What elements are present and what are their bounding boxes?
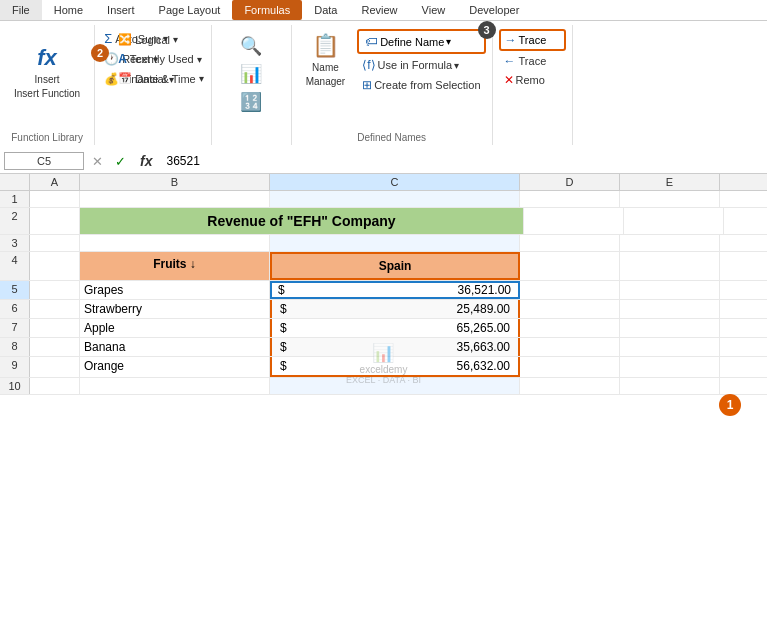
row-header-6[interactable]: 6 [0, 300, 30, 318]
cell-a5[interactable] [30, 281, 80, 299]
cell-b9-orange[interactable]: Orange [80, 357, 270, 377]
cell-e4[interactable] [620, 252, 720, 280]
cell-d2[interactable] [524, 208, 624, 234]
cell-a9[interactable] [30, 357, 80, 377]
row-header-2[interactable]: 2 [0, 208, 30, 234]
lookup-button[interactable]: 🔍 [235, 33, 267, 59]
tab-home[interactable]: Home [42, 0, 95, 20]
cell-b8-banana[interactable]: Banana [80, 338, 270, 356]
cell-d6[interactable] [520, 300, 620, 318]
cell-b5-grapes[interactable]: Grapes [80, 281, 270, 299]
cell-b3[interactable] [80, 235, 270, 251]
formula-input[interactable] [162, 152, 763, 170]
row-header-3[interactable]: 3 [0, 235, 30, 251]
cell-c1[interactable] [270, 191, 520, 207]
text-dropdown-icon[interactable]: ▾ [153, 54, 158, 65]
create-from-selection-button[interactable]: ⊞ Create from Selection [357, 76, 485, 94]
row-header-1[interactable]: 1 [0, 191, 30, 207]
cell-a7[interactable] [30, 319, 80, 337]
define-name-dropdown[interactable]: ▾ [446, 36, 451, 47]
cell-e7[interactable] [620, 319, 720, 337]
col-header-d[interactable]: D [520, 174, 620, 190]
cell-d1[interactable] [520, 191, 620, 207]
corner-cell [0, 174, 30, 190]
cell-b1[interactable] [80, 191, 270, 207]
row-header-9[interactable]: 9 [0, 357, 30, 377]
cell-e1[interactable] [620, 191, 720, 207]
tab-developer[interactable]: Developer [457, 0, 531, 20]
insert-function-label: Insert [35, 74, 60, 85]
cell-e6[interactable] [620, 300, 720, 318]
cell-a4[interactable] [30, 252, 80, 280]
trace-precedents-box[interactable]: → Trace [499, 29, 566, 51]
insert-function-button[interactable]: fx Insert Insert Function [6, 41, 88, 103]
create-sel-icon: ⊞ [362, 78, 372, 92]
cell-e2[interactable] [624, 208, 724, 234]
dollar-sign-8: $ [280, 340, 287, 354]
tab-data[interactable]: Data [302, 0, 349, 20]
name-manager-button[interactable]: 📋 Name Manager [298, 29, 353, 115]
cell-b10[interactable] [80, 378, 270, 394]
trace-dependents-button[interactable]: ← Trace [499, 52, 566, 70]
cell-d7[interactable] [520, 319, 620, 337]
cell-a3[interactable] [30, 235, 80, 251]
cell-d5[interactable] [520, 281, 620, 299]
tab-formulas[interactable]: Formulas [232, 0, 302, 20]
define-name-box[interactable]: 🏷 Define Name ▾ [357, 29, 485, 54]
cell-c6-value[interactable]: $ 25,489.00 [270, 300, 520, 318]
cell-b6-strawberry[interactable]: Strawberry [80, 300, 270, 318]
cell-c3[interactable] [270, 235, 520, 251]
cell-reference-box[interactable] [4, 152, 84, 170]
cell-a6[interactable] [30, 300, 80, 318]
row-header-4[interactable]: 4 [0, 252, 30, 280]
cell-c7-value[interactable]: $ 65,265.00 [270, 319, 520, 337]
math-button[interactable]: 🔢 [235, 89, 267, 115]
cell-a10[interactable] [30, 378, 80, 394]
cell-a2[interactable] [30, 208, 80, 234]
cell-d3[interactable] [520, 235, 620, 251]
more-functions-button[interactable]: 📊 [235, 61, 267, 87]
value-5: 36,521.00 [458, 283, 511, 297]
col-header-a[interactable]: A [30, 174, 80, 190]
cell-a8[interactable] [30, 338, 80, 356]
cell-e3[interactable] [620, 235, 720, 251]
use-formula-dropdown[interactable]: ▾ [454, 60, 459, 71]
cell-e9[interactable] [620, 357, 720, 377]
cell-d8[interactable] [520, 338, 620, 356]
row-header-8[interactable]: 8 [0, 338, 30, 356]
text-button[interactable]: A Text ▾ [113, 50, 163, 68]
cell-b7-apple[interactable]: Apple [80, 319, 270, 337]
datetime-button[interactable]: 📅 Date & Time ▾ [113, 70, 209, 87]
col-header-e[interactable]: E [620, 174, 720, 190]
logical-dropdown-icon[interactable]: ▾ [173, 34, 178, 45]
use-in-formula-label: Use in Formula [378, 59, 453, 71]
cell-e8[interactable] [620, 338, 720, 356]
cell-e10[interactable] [620, 378, 720, 394]
dollar-sign-6: $ [280, 302, 287, 316]
cell-a1[interactable] [30, 191, 80, 207]
confirm-formula-button[interactable]: ✓ [111, 153, 130, 170]
row-header-7[interactable]: 7 [0, 319, 30, 337]
cell-d10[interactable] [520, 378, 620, 394]
logical-button[interactable]: 🔀 Logical ▾ [113, 31, 183, 48]
text-icon: A [118, 52, 127, 66]
cell-b4-header[interactable]: Fruits ↓ [80, 252, 270, 280]
tab-review[interactable]: Review [349, 0, 409, 20]
tab-page-layout[interactable]: Page Layout [147, 0, 233, 20]
cell-d9[interactable] [520, 357, 620, 377]
cancel-formula-button[interactable]: ✕ [88, 153, 107, 170]
cell-e5[interactable] [620, 281, 720, 299]
cell-d4[interactable] [520, 252, 620, 280]
datetime-dropdown-icon[interactable]: ▾ [199, 73, 204, 84]
cell-c4-spain[interactable]: Spain [270, 252, 520, 280]
use-in-formula-button[interactable]: ⟨f⟩ Use in Formula ▾ [357, 56, 485, 74]
tab-file[interactable]: File [0, 0, 42, 20]
row-header-10[interactable]: 10 [0, 378, 30, 394]
col-header-c[interactable]: C [270, 174, 520, 190]
cell-c5-value[interactable]: $ 36,521.00 [270, 281, 520, 299]
row-header-5[interactable]: 5 [0, 281, 30, 299]
tab-view[interactable]: View [410, 0, 458, 20]
col-header-b[interactable]: B [80, 174, 270, 190]
tab-insert[interactable]: Insert [95, 0, 147, 20]
cell-b2-title[interactable]: Revenue of "EFH" Company [80, 208, 524, 234]
